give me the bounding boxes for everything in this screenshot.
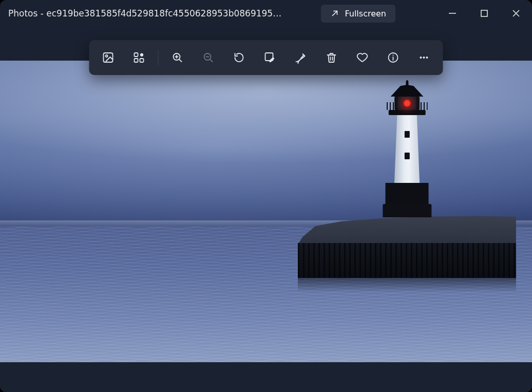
fullscreen-label: Fullscreen xyxy=(345,9,386,18)
svg-point-13 xyxy=(423,57,425,59)
svg-point-14 xyxy=(426,57,428,59)
edit-image-icon xyxy=(264,51,276,64)
image-viewport[interactable] xyxy=(0,61,532,362)
action-toolbar xyxy=(89,40,443,75)
favorite-button[interactable] xyxy=(348,45,377,70)
svg-point-12 xyxy=(420,57,422,59)
close-button[interactable] xyxy=(500,0,532,27)
rotate-button[interactable] xyxy=(224,45,254,70)
zoom-in-button[interactable] xyxy=(163,45,193,70)
svg-rect-6 xyxy=(135,59,138,62)
titlebar: Photos - ec919be381585f4d529818fc4550628… xyxy=(0,0,532,27)
svg-rect-0 xyxy=(449,13,456,14)
svg-rect-2 xyxy=(104,53,113,62)
window-controls xyxy=(436,0,532,27)
delete-icon xyxy=(326,51,338,64)
svg-point-3 xyxy=(106,55,108,57)
gallery-icon xyxy=(102,51,115,64)
rotate-icon xyxy=(233,51,245,64)
svg-point-11 xyxy=(393,55,394,56)
svg-rect-1 xyxy=(481,10,487,16)
maximize-button[interactable] xyxy=(468,0,500,27)
info-icon xyxy=(387,51,400,64)
edit-button[interactable] xyxy=(255,45,285,70)
minimize-button[interactable] xyxy=(436,0,468,27)
app-window: Photos - ec919be381585f4d529818fc4550628… xyxy=(0,0,532,392)
info-button[interactable] xyxy=(378,45,408,70)
window-title: Photos - ec919be381585f4d529818fc4550628… xyxy=(8,8,286,18)
delete-button[interactable] xyxy=(317,45,347,70)
more-button[interactable] xyxy=(409,45,439,70)
fullscreen-button[interactable]: Fullscreen xyxy=(321,5,395,23)
svg-rect-4 xyxy=(135,53,138,57)
toolbar-separator xyxy=(158,50,159,65)
fullscreen-icon xyxy=(330,9,339,18)
markup-icon xyxy=(295,51,307,64)
markup-button[interactable] xyxy=(286,45,316,70)
content-area xyxy=(0,27,532,392)
apps-icon xyxy=(133,51,145,64)
more-icon xyxy=(418,51,430,64)
zoom-out-icon xyxy=(202,51,215,64)
zoom-in-icon xyxy=(172,51,184,64)
apps-button[interactable] xyxy=(124,45,154,70)
svg-rect-5 xyxy=(140,59,144,62)
gallery-button[interactable] xyxy=(93,45,123,70)
letterbox-bottom xyxy=(0,362,532,392)
zoom-out-button xyxy=(194,45,223,70)
favorite-icon xyxy=(356,51,369,64)
